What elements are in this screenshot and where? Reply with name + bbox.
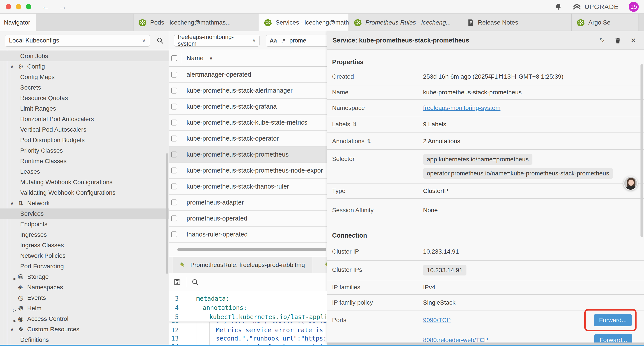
sidebar-item-endpoints[interactable]: Endpoints [0,219,169,230]
table-row[interactable]: prometheus-operated [169,211,327,227]
row-checkbox[interactable] [171,72,177,77]
sidebar-item-events[interactable]: ◷ Events [0,293,169,303]
resource-search-input[interactable]: Aa .* prome [266,34,327,47]
back-icon[interactable]: ← [42,2,50,11]
sidebar-item-network[interactable]: ∨ ⇅ Network [0,198,169,209]
app-tab[interactable]: Argo Se [572,13,639,31]
edit-icon[interactable]: ✎ [599,36,605,45]
tab-navigator[interactable]: Navigator [0,13,36,31]
row-checkbox[interactable] [171,216,177,221]
sort-updown-icon[interactable]: ⇅ [367,138,371,144]
editor-tab-partial[interactable]: ✎ [312,257,327,273]
app-tab[interactable]: Services - icecheng@math... ✕ [259,13,348,31]
sidebar-item-horizontal-pod-autoscalers[interactable]: Horizontal Pod Autoscalers [0,114,169,124]
table-row[interactable]: kube-prometheus-stack-prometheus [169,147,327,163]
code-line[interactable]: 11 0", for: "nm", labels :{ service" . [169,322,327,326]
app-tab[interactable]: Release Notes [462,13,572,31]
tree-chevron-icon[interactable]: ∨ [11,315,17,323]
sidebar-item-leases[interactable]: Leases [0,166,169,177]
sidebar-item-custom-resources[interactable]: ∨ ❖ Custom Resources [0,324,169,335]
upgrade-button[interactable]: UPGRADE [572,1,618,12]
code-line[interactable]: 12 Metrics service error rate is {{ $va [169,326,327,334]
namespace-filter-select[interactable]: freeleaps-monitoring-system ∨ [174,34,260,47]
table-row[interactable]: kube-prometheus-stack-kube-state-metrics [169,115,327,131]
name-column-header[interactable]: Name [186,54,204,62]
app-tab[interactable]: Pods - icecheng@mathmas... [133,13,259,31]
sidebar-item-pod-disruption-budgets[interactable]: Pod Disruption Budgets [0,135,169,145]
sidebar-item-secrets[interactable]: Secrets [0,82,169,93]
code-line[interactable]: 13 second.","runbook_url":"https://net [169,334,327,343]
code-line[interactable]: 3 metadata: [169,294,327,303]
sidebar-item-ingress-classes[interactable]: Ingress Classes [0,240,169,251]
horizontal-scrollbar-thumb[interactable] [177,248,326,251]
sidebar-item-namespaces[interactable]: ◈ Namespaces [0,282,169,293]
value-chip[interactable]: app.kubernetes.io/name=prometheus [423,154,532,165]
kubeconfig-selector[interactable]: Local Kubeconfigs ∨ [5,34,150,47]
code-line[interactable]: 5 kubectl.kubernetes.io/last-applied-co [169,312,327,322]
table-row[interactable]: alertmanager-operated [169,67,327,83]
row-checkbox[interactable] [171,136,177,141]
tree-chevron-icon[interactable]: ∨ [10,200,18,206]
row-checkbox[interactable] [171,152,177,157]
table-row[interactable]: prometheus-adapter [169,195,327,211]
regex-toggle[interactable]: .* [281,37,285,44]
sort-updown-icon[interactable]: ⇅ [352,121,357,127]
sidebar-item-port-forwarding[interactable]: Port Forwarding [0,261,169,272]
app-tab[interactable]: Prometheus Rules - icecheng... [348,13,462,31]
sidebar-item-helm[interactable]: ∨ ☸ Helm [0,303,169,314]
tree-chevron-icon[interactable]: ∨ [11,304,17,312]
sidebar-item-priority-classes[interactable]: Priority Classes [0,145,169,156]
row-checkbox[interactable] [171,120,177,125]
row-checkbox[interactable] [171,232,177,237]
sidebar-item-mutating-webhook-configurations[interactable]: Mutating Webhook Configurations [0,177,169,187]
table-row[interactable]: kube-prometheus-stack-operator [169,131,327,147]
sidebar-item-cron-jobs[interactable]: Cron Jobs [0,51,169,61]
sidebar-scrollbar[interactable] [166,153,168,274]
notifications-bell-icon[interactable] [554,3,562,11]
row-checkbox[interactable] [171,104,177,109]
detail-scrollbar-thumb[interactable] [640,64,643,237]
row-checkbox[interactable] [171,200,177,205]
row-checkbox[interactable] [171,168,177,173]
sidebar-item-vertical-pod-autoscalers[interactable]: Vertical Pod Autoscalers [0,124,169,135]
sidebar-item-network-policies[interactable]: Network Policies [0,251,169,261]
assistant-avatar[interactable] [624,176,638,191]
table-row[interactable]: kube-prometheus-stack-grafana [169,99,327,115]
delete-icon[interactable] [614,37,622,44]
minimize-window-button[interactable] [16,4,21,9]
value-chip[interactable]: operator.prometheus.io/name=kube-prometh… [423,168,613,179]
row-checkbox[interactable] [171,88,177,93]
sidebar-item-storage[interactable]: ∨ ⛁ Storage [0,272,169,282]
namespace-link[interactable]: freeleaps-monitoring-system [423,104,500,111]
table-row[interactable]: thanos-ruler-operated [169,227,327,243]
sidebar-item-access-control[interactable]: ∨ ◉ Access Control [0,314,169,324]
code-line[interactable]: 4 annotations: [169,303,327,312]
notification-count-badge[interactable]: 15 [629,2,639,12]
value-chip[interactable]: 10.233.14.91 [423,265,466,276]
row-checkbox[interactable] [171,184,177,189]
sidebar-item-definitions[interactable]: Definitions [0,335,169,345]
editor-tab-prometheusrule[interactable]: ✎ PrometheusRule: freeleaps-prod-rabbitm… [173,257,312,273]
sidebar-item-runtime-classes[interactable]: Runtime Classes [0,156,169,166]
tree-chevron-icon[interactable]: ∨ [11,273,17,281]
sidebar-item-ingresses[interactable]: Ingresses [0,230,169,240]
yaml-editor[interactable]: 3 metadata: 4 annotations: 5 kubectl.kub… [169,291,327,345]
save-icon[interactable] [174,278,181,286]
sidebar-item-services[interactable]: Services [0,209,169,219]
sidebar-search-icon[interactable] [156,36,164,44]
code-link[interactable]: https://net [305,335,327,342]
editor-search-icon[interactable] [191,278,199,286]
close-window-button[interactable] [6,4,11,9]
table-row[interactable]: kube-prometheus-stack-thanos-ruler [169,179,327,195]
match-case-toggle[interactable]: Aa [270,37,277,44]
sidebar-item-resource-quotas[interactable]: Resource Quotas [0,93,169,103]
sort-ascending-icon[interactable]: ∧ [209,55,213,61]
sidebar-item-validating-webhook-configurations[interactable]: Validating Webhook Configurations [0,187,169,198]
close-icon[interactable]: ✕ [631,36,636,44]
forward-button[interactable]: Forward... [594,314,632,326]
port-link[interactable]: 9090/TCP [423,317,451,324]
select-all-checkbox[interactable] [171,55,177,61]
zoom-window-button[interactable] [26,4,31,9]
tree-chevron-icon[interactable]: ∨ [10,327,18,333]
tree-chevron-icon[interactable]: ∨ [10,64,18,70]
